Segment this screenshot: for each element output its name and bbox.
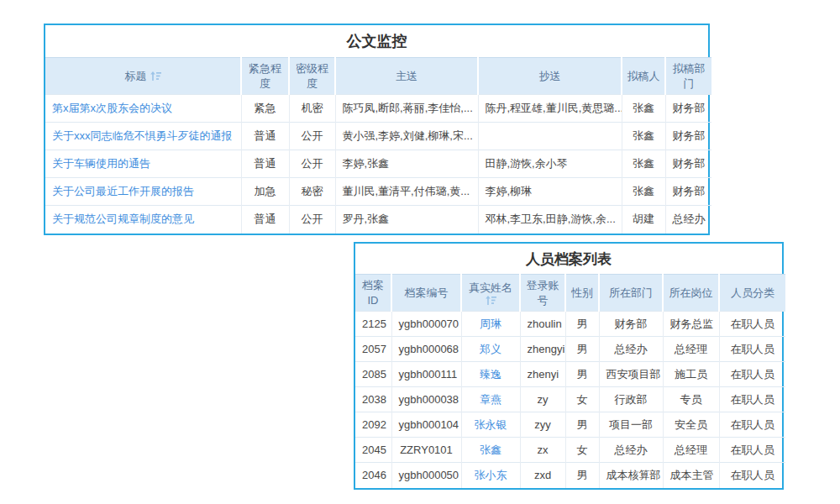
cell-main_to: 罗丹,张鑫	[335, 206, 478, 234]
cell-dept: 西安项目部	[599, 362, 663, 387]
sort-icon[interactable]	[150, 71, 161, 81]
cell-gender: 男	[565, 337, 599, 362]
cell-id: 2057	[355, 337, 391, 362]
column-label: 性别	[571, 286, 593, 299]
document-title-link[interactable]: 关于xxx同志临危不惧勇斗歹徒的通报	[52, 129, 233, 142]
cell-dept: 财务部	[665, 95, 711, 123]
cell-name: 周琳	[461, 312, 520, 337]
column-label: 人员分类	[731, 286, 774, 299]
table-row: 关于xxx同志临危不惧勇斗歹徒的通报普通公开黄小强,李婷,刘健,柳琳,宋...张…	[45, 123, 711, 150]
document-monitor-table: 标题紧急程度密级程度主送抄送拟稿人拟稿部门 第x届第x次股东会的决议紧急机密陈巧…	[45, 57, 711, 234]
cell-id: 2092	[355, 412, 391, 438]
cell-urgency: 普通	[241, 123, 289, 150]
column-header-title[interactable]: 标题	[45, 58, 241, 95]
personnel-header-row: 档案ID档案编号真实姓名登录账号性别所在部门所在岗位人员分类	[355, 275, 785, 312]
cell-cc: 李婷,柳琳	[478, 178, 622, 206]
cell-dept: 行政部	[599, 387, 663, 412]
cell-category: 在职人员	[719, 337, 785, 362]
person-name-link[interactable]: 张永银	[475, 418, 507, 431]
cell-code: ygbh000111	[391, 362, 461, 387]
cell-category: 在职人员	[719, 387, 785, 412]
cell-account: zhengyi	[520, 337, 565, 362]
cell-account: zhenyi	[520, 362, 565, 387]
cell-title: 关于xxx同志临危不惧勇斗歹徒的通报	[45, 123, 241, 150]
column-label: 拟稿部门	[673, 62, 706, 90]
cell-main_to: 李婷,张鑫	[335, 150, 478, 178]
cell-name: 张小东	[461, 463, 520, 488]
document-title-link[interactable]: 第x届第x次股东会的决议	[52, 102, 172, 114]
cell-code: ygbh000070	[391, 312, 461, 337]
column-label: 抄送	[539, 70, 561, 82]
column-header-category: 人员分类	[719, 275, 785, 312]
person-name-link[interactable]: 周琳	[480, 318, 501, 330]
doc-table-title: 公文监控	[45, 25, 708, 57]
column-header-urgency: 紧急程度	[241, 58, 289, 95]
column-header-account: 登录账号	[520, 275, 565, 312]
person-name-link[interactable]: 张小东	[475, 469, 507, 481]
cell-secrecy: 公开	[289, 206, 335, 234]
cell-dept: 财务部	[665, 150, 711, 178]
cell-post: 财务总监	[663, 312, 719, 337]
table-row: 2125ygbh000070周琳zhoulin男财务部财务总监在职人员	[355, 312, 785, 337]
column-label: 档案ID	[362, 279, 384, 307]
cell-drafter: 张鑫	[622, 95, 665, 123]
column-header-gender: 性别	[565, 275, 599, 312]
table-row: 第x届第x次股东会的决议紧急机密陈巧凤,断郎,蒋丽,李佳怡,...陈丹,程亚雄,…	[45, 95, 711, 123]
cell-urgency: 紧急	[241, 95, 289, 123]
person-name-link[interactable]: 郑义	[480, 343, 501, 355]
cell-gender: 女	[565, 438, 599, 463]
cell-gender: 男	[565, 463, 599, 488]
column-label: 所在部门	[609, 286, 653, 299]
cell-main_to: 黄小强,李婷,刘健,柳琳,宋...	[335, 123, 478, 150]
cell-code: ZZRY0101	[391, 438, 461, 463]
cell-name: 张鑫	[461, 438, 520, 463]
document-title-link[interactable]: 关于规范公司规章制度的意见	[52, 213, 194, 225]
document-title-link[interactable]: 关于公司最近工作开展的报告	[52, 185, 194, 197]
cell-category: 在职人员	[719, 362, 785, 387]
person-name-link[interactable]: 臻逸	[480, 368, 501, 381]
cell-gender: 男	[565, 312, 599, 337]
cell-gender: 男	[565, 412, 599, 438]
cell-dept: 总经办	[665, 206, 711, 234]
column-label: 所在岗位	[669, 286, 713, 299]
cell-title: 关于车辆使用的通告	[45, 150, 241, 178]
document-monitor-panel: 公文监控 标题紧急程度密级程度主送抄送拟稿人拟稿部门 第x届第x次股东会的决议紧…	[44, 24, 710, 235]
page: 公文监控 标题紧急程度密级程度主送抄送拟稿人拟稿部门 第x届第x次股东会的决议紧…	[0, 0, 840, 504]
cell-secrecy: 秘密	[289, 178, 335, 206]
cell-category: 在职人员	[719, 312, 785, 337]
cell-dept: 总经办	[599, 337, 663, 362]
table-row: 2045ZZRY0101张鑫zx女总经办总经理在职人员	[355, 438, 785, 463]
column-label: 档案编号	[405, 286, 449, 299]
table-row: 2038ygbh000038章燕zy女行政部专员在职人员	[355, 387, 785, 412]
cell-name: 张永银	[461, 412, 520, 438]
cell-secrecy: 机密	[289, 95, 335, 123]
table-row: 2085ygbh000111臻逸zhenyi男西安项目部施工员在职人员	[355, 362, 785, 387]
cell-code: ygbh000038	[391, 387, 461, 412]
cell-secrecy: 公开	[289, 150, 335, 178]
document-title-link[interactable]: 关于车辆使用的通告	[52, 157, 150, 170]
person-name-link[interactable]: 张鑫	[480, 444, 501, 456]
column-label: 密级程度	[296, 62, 328, 90]
column-header-dept: 所在部门	[599, 275, 663, 312]
cell-id: 2045	[355, 438, 391, 463]
column-label: 登录账号	[527, 279, 559, 307]
table-row: 关于公司最近工作开展的报告加急秘密董川民,董清平,付伟璐,黄...李婷,柳琳张鑫…	[45, 178, 711, 206]
column-label: 真实姓名	[469, 281, 512, 294]
cell-main_to: 董川民,董清平,付伟璐,黄...	[335, 178, 478, 206]
doc-header-row: 标题紧急程度密级程度主送抄送拟稿人拟稿部门	[45, 58, 711, 95]
person-name-link[interactable]: 章燕	[480, 393, 501, 406]
column-header-name[interactable]: 真实姓名	[461, 275, 520, 312]
table-row: 关于规范公司规章制度的意见普通公开罗丹,张鑫邓林,李卫东,田静,游恢,余...胡…	[45, 206, 711, 234]
sort-icon[interactable]	[465, 296, 517, 305]
column-header-id: 档案ID	[355, 275, 391, 312]
column-header-cc: 抄送	[478, 58, 622, 95]
column-header-post: 所在岗位	[663, 275, 719, 312]
cell-category: 在职人员	[719, 463, 785, 488]
personnel-archive-panel: 人员档案列表 档案ID档案编号真实姓名登录账号性别所在部门所在岗位人员分类 21…	[354, 242, 784, 490]
cell-code: ygbh000068	[391, 337, 461, 362]
cell-category: 在职人员	[719, 412, 785, 438]
cell-id: 2085	[355, 362, 391, 387]
cell-post: 安全员	[663, 412, 719, 438]
cell-dept: 总经办	[599, 438, 663, 463]
cell-code: ygbh000104	[391, 412, 461, 438]
